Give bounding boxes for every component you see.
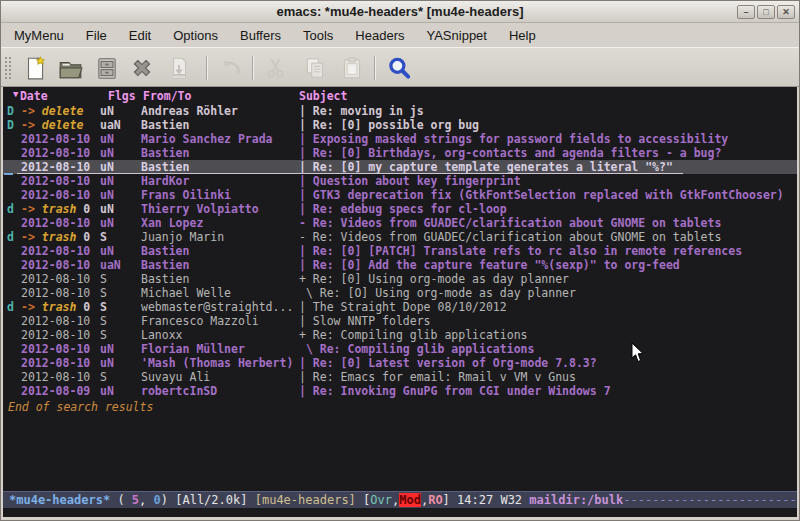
- message-subject: | GTK3 deprecation fix (GtkFontSelection…: [299, 188, 797, 202]
- paste-button: [338, 55, 366, 81]
- message-flags: uN: [100, 244, 114, 258]
- message-row[interactable]: 2012-08-10uN'Mash (Thomas Herbert)| Re: …: [3, 356, 797, 370]
- message-subject: | Re: [0] [PATCH] Translate refs to rc a…: [299, 244, 797, 258]
- open-file-button[interactable]: [56, 55, 84, 81]
- undo-button: [218, 55, 246, 81]
- message-row[interactable]: 2012-08-10uNFlorian Müllner \ Re: Compil…: [3, 342, 797, 356]
- message-flags: uN: [100, 132, 114, 146]
- minimize-button[interactable]: –: [737, 5, 755, 19]
- column-header-flags[interactable]: Flgs: [108, 89, 136, 103]
- menu-yasnippet[interactable]: YASnippet: [423, 26, 489, 45]
- mark-char: D: [7, 118, 14, 132]
- message-row[interactable]: 2012-08-10uNBastien| Re: [0] Birthdays, …: [3, 146, 797, 160]
- message-row[interactable]: 2012-08-10SSuvayu Ali| Re: Emacs for ema…: [3, 370, 797, 384]
- message-row[interactable]: d-> trash 0Swebmaster@straightd...| The …: [3, 300, 797, 314]
- modeline-segment: ): [161, 493, 175, 507]
- toolbar-separator: [206, 56, 208, 80]
- echo-area[interactable]: [3, 509, 797, 517]
- mark-char: D: [7, 104, 14, 118]
- message-row[interactable]: D-> deleteuaNBastien| Re: [0] possible o…: [3, 118, 797, 132]
- message-subject: | Re: [0] Birthdays, org-contacts and ag…: [299, 146, 797, 160]
- message-date: -> delete: [21, 118, 83, 132]
- message-row[interactable]: 2012-08-10uaNBastien| Re: [0] Add the ca…: [3, 258, 797, 272]
- message-row[interactable]: D-> deleteuNAndreas Röhler| Re: moving i…: [3, 104, 797, 118]
- column-header-subject[interactable]: Subject: [299, 89, 347, 103]
- message-row[interactable]: 2012-08-10uNBastien| Re: [0] my capture …: [3, 160, 797, 174]
- message-row[interactable]: d-> trash 0SJuanjo Marin- Re: Videos fro…: [3, 230, 797, 244]
- message-flags: uN: [100, 202, 114, 216]
- message-flags: S: [100, 328, 107, 342]
- message-date: 2012-08-10: [21, 272, 90, 286]
- message-row[interactable]: 2012-08-10uNXan Lopez- Re: Videos from G…: [3, 216, 797, 230]
- message-row[interactable]: 2012-08-09uNrobertcInSD| Re: Invoking Gn…: [3, 384, 797, 398]
- message-subject: - Re: Videos from GUADEC/clarification a…: [299, 216, 797, 230]
- message-from: Bastien: [141, 146, 297, 160]
- message-date: 2012-08-09: [21, 384, 90, 398]
- modeline-segment: Ovr: [370, 493, 392, 507]
- message-flags: S: [100, 300, 107, 314]
- message-flags: uN: [100, 342, 114, 356]
- message-subject: \ Re: Compiling glib applications: [299, 342, 797, 356]
- message-date: 2012-08-10: [21, 286, 90, 300]
- message-row[interactable]: 2012-08-10uNBastien| Re: [0] [PATCH] Tra…: [3, 244, 797, 258]
- mode-line: *mu4e-headers* ( 5, 0) [All/2.0k] [mu4e-…: [3, 491, 797, 508]
- modeline-segment: ]: [443, 493, 457, 507]
- message-row[interactable]: 2012-08-10SFrancesco Mazzoli| Slow NNTP …: [3, 314, 797, 328]
- message-from: Bastien: [141, 244, 297, 258]
- maximize-button[interactable]: □: [757, 5, 775, 19]
- menu-help[interactable]: Help: [506, 26, 539, 45]
- message-row[interactable]: d-> trash 0uNThierry Volpiatto| Re: edeb…: [3, 202, 797, 216]
- modeline-segment: RO: [428, 493, 442, 507]
- title-bar[interactable]: emacs: *mu4e-headers* [mu4e-headers] – □…: [1, 1, 799, 23]
- cut-button: [262, 55, 290, 81]
- message-flags: S: [100, 272, 107, 286]
- menu-options[interactable]: Options: [170, 26, 221, 45]
- modeline-segment: [All/2.0k]: [175, 493, 254, 507]
- undo-icon: [219, 55, 245, 81]
- menu-mymenu[interactable]: MyMenu: [11, 26, 67, 45]
- toolbar-grip-handle[interactable]: [4, 56, 13, 80]
- message-row[interactable]: 2012-08-10uNMario Sanchez Prada| Exposin…: [3, 132, 797, 146]
- message-row[interactable]: 2012-08-10SLanoxx+ Re: Compiling glib ap…: [3, 328, 797, 342]
- message-subject: | Exposing masked strings for password f…: [299, 132, 797, 146]
- cursor: [4, 173, 13, 175]
- message-flags: S: [100, 370, 107, 384]
- message-date: 2012-08-10: [21, 244, 90, 258]
- message-from: Michael Welle: [141, 286, 297, 300]
- message-row[interactable]: 2012-08-10uNFrans Oilinki| GTK3 deprecat…: [3, 188, 797, 202]
- menu-buffers[interactable]: Buffers: [237, 26, 284, 45]
- message-from: HardKor: [141, 174, 297, 188]
- menu-edit[interactable]: Edit: [126, 26, 154, 45]
- menu-headers[interactable]: Headers: [352, 26, 407, 45]
- message-row[interactable]: 2012-08-10SMichael Welle \ Re: [O] Using…: [3, 286, 797, 300]
- message-date: 2012-08-10: [21, 188, 90, 202]
- menu-tools[interactable]: Tools: [300, 26, 336, 45]
- message-subject: + Re: [0] Using org-mode as day planner: [299, 272, 797, 286]
- menu-bar: MyMenuFileEditOptionsBuffersToolsHeaders…: [1, 24, 799, 47]
- message-subject: | Re: edebug specs for cl-loop: [299, 202, 797, 216]
- message-flags: uN: [100, 216, 114, 230]
- message-row[interactable]: 2012-08-10SBastien+ Re: [0] Using org-mo…: [3, 272, 797, 286]
- message-subject: | Re: [0] Add the capture feature "%(sex…: [299, 258, 797, 272]
- message-date: -> trash 0: [21, 202, 90, 216]
- close-buffer-button[interactable]: [128, 55, 156, 81]
- message-date: 2012-08-10: [21, 258, 90, 272]
- new-file-button[interactable]: [21, 55, 49, 81]
- message-from: Suvayu Ali: [141, 370, 297, 384]
- search-button[interactable]: [385, 55, 413, 81]
- column-header-date[interactable]: ▼ Date: [13, 89, 20, 103]
- message-date: 2012-08-10: [21, 342, 90, 356]
- close-button[interactable]: ✕: [777, 5, 795, 19]
- message-row[interactable]: 2012-08-10uNHardKor| Question about key …: [3, 174, 797, 188]
- modeline-segment: *mu4e-headers*: [9, 493, 110, 507]
- modeline-segment: [mu4e-headers]: [255, 493, 356, 507]
- menu-file[interactable]: File: [83, 26, 110, 45]
- message-subject: - Re: Videos from GUADEC/clarification a…: [299, 230, 797, 244]
- message-date: -> trash 0: [21, 300, 90, 314]
- column-header-from[interactable]: From/To: [143, 89, 191, 103]
- message-flags: uN: [100, 188, 114, 202]
- mu4e-headers-buffer[interactable]: ▼ Date Flgs From/To Subject D-> deleteuN…: [3, 87, 797, 517]
- message-from: Bastien: [141, 258, 297, 272]
- message-from: webmaster@straightd...: [141, 300, 297, 314]
- save-buffer-button[interactable]: [93, 55, 121, 81]
